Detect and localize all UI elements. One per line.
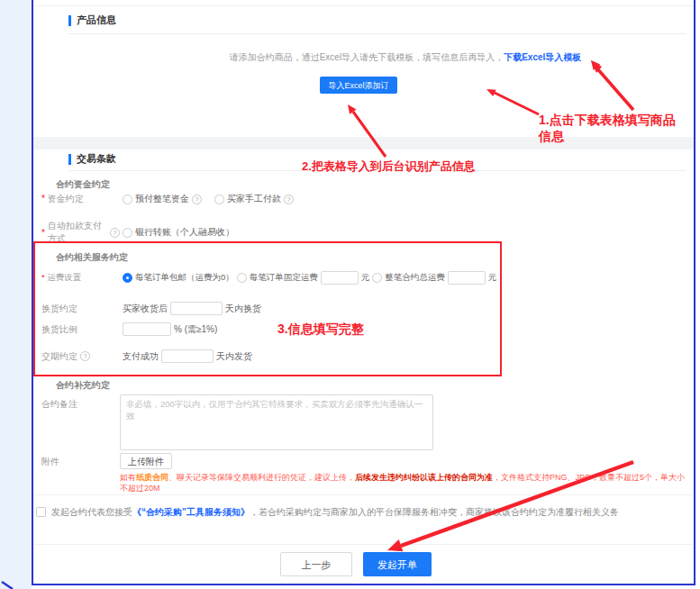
trade-section-title: 交易条款 [77,152,116,166]
page-left-margin [0,0,32,589]
prepay-radio[interactable] [123,195,132,204]
free-shipping-radio[interactable] [123,273,132,283]
exchange-ratio-suffix: % (需≥1%) [174,323,217,336]
screenshot-frame-bottom [32,584,695,585]
product-section-header: 产品信息 [68,14,116,27]
prepay-option-label: 预付整笔资金 [135,193,189,205]
bank-transfer-option-label: 银行转账（个人融易收） [135,226,234,239]
remark-label: 合约备注 [41,398,120,411]
exchange-row: 换货约定 买家收货后 天内换货 [41,302,261,315]
help-icon[interactable]: ? [110,228,120,238]
import-excel-button[interactable]: 导入Excel添加订单 [320,77,397,94]
panel-top-border [33,5,694,6]
agreement-divider [33,494,694,495]
import-hint-text: 请添加合约商品，通过Excel导入请先下载模板，填写信息后再导入， [230,52,504,62]
annotation-note-1: 1.点击下载表格填写商品信息 [539,112,686,144]
upload-attachment-button[interactable]: 上传附件 [120,453,172,469]
shipping-label: 运费设置 [41,272,120,284]
agreement-suffix: ，若合约采购约定与商家加入的平台保障服务相冲突，商家将以该合约约定为准履行相关义… [250,507,619,517]
fund-agreement-row: 资金约定 预付整笔资金 ? 买家手工付款 ? [41,193,294,205]
screenshot-frame-left [32,0,33,585]
delivery-suffix: 天内发货 [216,350,252,363]
exchange-label: 换货约定 [41,303,120,315]
total-shipping-option-label: 整笔合约总运费 [385,272,445,284]
manual-pay-radio[interactable] [214,195,224,204]
total-shipping-radio[interactable] [372,273,382,283]
agreement-row: 发起合约代表您接受《“合约采购”工具服务须知》，若合约采购约定与商家加入的平台保… [36,506,667,519]
remark-label-row: 合约备注 [41,398,120,411]
exchange-ratio-input[interactable] [123,322,171,336]
previous-step-button[interactable]: 上一步 [280,552,352,576]
help-icon[interactable]: ? [192,195,202,204]
download-template-link[interactable]: 下载Excel导入模板 [504,52,581,62]
footer-divider [33,544,694,545]
section-accent-bar [68,154,71,165]
trade-section-header: 交易条款 [68,152,116,166]
exchange-days-input[interactable] [170,302,223,315]
attachment-note-paper: 纸质合同 [136,473,168,482]
annotation-note-3: 3.信息填写完整 [277,322,364,338]
fund-agreement-label: 资金约定 [41,193,120,205]
yuan-unit: 元 [488,272,497,284]
contract-create-page: { "product_section": { "title": "产品信息", … [0,0,700,589]
contract-remark-textarea[interactable] [120,394,433,450]
delivery-label: 交期约定 [41,350,77,363]
delivery-days-input[interactable] [161,349,214,363]
autopay-label-wrap: 自动扣款支付方式 ? [41,220,120,245]
autopay-row: 自动扣款支付方式 ? 银行转账（个人融易收） [41,220,234,245]
submit-order-button[interactable]: 发起开单 [363,552,432,576]
attachment-note-part2: 、聊天记录等保障交易顺利进行的凭证，建议上传， [168,473,355,482]
agreement-prefix: 发起合约代表您接受 [51,507,132,517]
exchange-suffix: 天内换货 [225,303,261,315]
help-icon[interactable]: ? [80,351,90,361]
delivery-row: 交期约定 ? 支付成功 天内发货 [41,349,252,363]
fixed-shipping-fee-input[interactable] [321,271,359,285]
help-icon[interactable]: ? [284,195,294,204]
import-hint: 请添加合约商品，通过Excel导入请先下载模板，填写信息后再导入，下载Excel… [117,51,694,64]
product-section-title: 产品信息 [77,14,116,27]
exchange-ratio-row: 换货比例 % (需≥1%) [41,322,217,336]
funds-subsection-header: 合约资金约定 [56,178,110,191]
attachment-note: 如有纸质合同、聊天记录等保障交易顺利进行的凭证，建议上传，后续发生违约纠纷以该上… [120,472,689,494]
section-accent-bar [68,15,71,26]
free-shipping-option-label: 每笔订单包邮（运费为0） [135,272,234,284]
attachment-label-row: 附件 [41,456,120,468]
fixed-shipping-radio[interactable] [237,273,247,283]
service-subsection-header: 合约相关服务约定 [56,251,128,264]
exchange-prefix: 买家收货后 [123,303,168,315]
service-notice-link[interactable]: 《“合约采购”工具服务须知》 [132,507,250,517]
autopay-label: 自动扣款支付方式 [48,220,107,245]
agreement-text: 发起合约代表您接受《“合约采购”工具服务须知》，若合约采购约定与商家加入的平台保… [51,506,619,519]
shipping-row: 运费设置 每笔订单包邮（运费为0） 每笔订单固定运费 元 整笔合约总运费 元 [41,271,496,285]
total-shipping-fee-input[interactable] [448,271,486,285]
yuan-unit: 元 [361,272,370,284]
supplement-subsection-header: 合约补充约定 [56,379,110,392]
delivery-prefix: 支付成功 [123,350,159,363]
exchange-ratio-label: 换货比例 [41,323,120,336]
screenshot-frame-right [694,0,695,585]
attachment-label: 附件 [41,456,120,468]
product-section-divider [68,33,686,34]
manual-pay-option-label: 买家手工付款 [227,193,281,205]
agreement-checkbox[interactable] [36,507,46,517]
fixed-shipping-option-label: 每笔订单固定运费 [250,272,318,284]
attachment-note-part1: 如有 [120,473,136,482]
bank-transfer-radio[interactable] [123,228,132,238]
delivery-label-wrap: 交期约定 ? [41,350,120,363]
attachment-note-bold: 后续发生违约纠纷以该上传的合同为准 [355,473,493,482]
annotation-note-2: 2.把表格导入到后台识别产品信息 [302,159,476,175]
